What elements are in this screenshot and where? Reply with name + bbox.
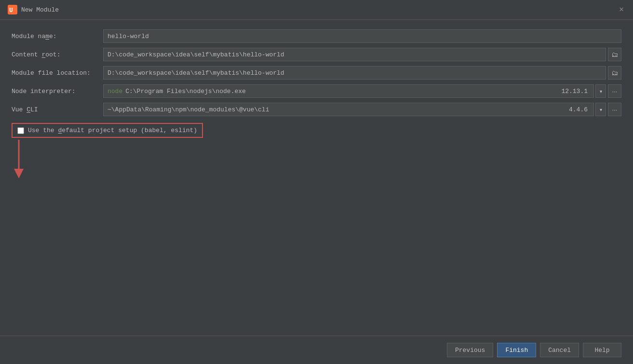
vue-cli-dropdown-button[interactable]: ▾	[595, 103, 606, 116]
new-module-dialog: U New Module ✕ Module name: Content root…	[0, 0, 633, 364]
help-button[interactable]: Help	[583, 343, 621, 357]
content-root-input-wrap: 🗂	[103, 48, 621, 61]
svg-marker-3	[14, 169, 24, 178]
finish-button[interactable]: Finish	[497, 343, 536, 357]
node-interpreter-dropdown-button[interactable]: ▾	[595, 84, 606, 98]
cancel-button[interactable]: Cancel	[540, 343, 579, 357]
content-area: Module name: Content root: 🗂 Module file…	[0, 20, 633, 336]
vue-cli-row: Vue CLI ~\AppData\Roaming\npm\node_modul…	[12, 103, 621, 116]
node-interpreter-label: Node interpreter:	[12, 88, 103, 95]
module-file-location-folder-button[interactable]: 🗂	[608, 66, 621, 80]
vue-cli-path-label: ~\AppData\Roaming\npm\node_modules\@vue\…	[108, 106, 269, 113]
close-button[interactable]: ✕	[618, 6, 625, 13]
module-file-location-row: Module file location: 🗂	[12, 66, 621, 80]
node-interpreter-row: Node interpreter: node C:\Program Files\…	[12, 84, 621, 98]
node-path-label: C:\Program Files\nodejs\node.exe	[125, 88, 246, 95]
dialog-footer: Previous Finish Cancel Help	[0, 336, 633, 364]
app-icon: U	[8, 5, 17, 14]
module-name-input[interactable]	[103, 29, 621, 43]
previous-button[interactable]: Previous	[447, 343, 493, 357]
module-name-input-wrap	[103, 29, 621, 43]
vue-cli-more-button[interactable]: ···	[608, 103, 621, 116]
vue-cli-field: ~\AppData\Roaming\npm\node_modules\@vue\…	[103, 103, 594, 116]
module-name-label: Module name:	[12, 33, 103, 40]
module-file-location-label: Module file location:	[12, 69, 103, 77]
default-setup-checkbox-row: Use the default project setup (babel, es…	[12, 123, 203, 138]
node-interpreter-more-button[interactable]: ···	[608, 84, 621, 98]
dialog-title: New Module	[21, 6, 618, 13]
svg-text:U: U	[9, 7, 13, 14]
node-interpreter-input-wrap: node C:\Program Files\nodejs\node.exe 12…	[103, 84, 621, 98]
module-file-location-input-wrap: 🗂	[103, 66, 621, 80]
content-root-row: Content root: 🗂	[12, 48, 621, 61]
checkbox-section: Use the default project setup (babel, es…	[12, 123, 621, 180]
node-interpreter-field: node C:\Program Files\nodejs\node.exe 12…	[103, 84, 594, 98]
vue-cli-version-label: 4.4.6	[569, 106, 590, 113]
node-version-label: 12.13.1	[561, 88, 590, 95]
module-file-location-input[interactable]	[103, 66, 606, 80]
module-name-row: Module name:	[12, 29, 621, 43]
vue-cli-input-wrap: ~\AppData\Roaming\npm\node_modules\@vue\…	[103, 103, 621, 116]
default-setup-checkbox[interactable]	[17, 127, 24, 134]
content-root-input[interactable]	[103, 48, 606, 61]
content-root-folder-button[interactable]: 🗂	[608, 48, 621, 61]
node-type-label: node	[108, 88, 122, 95]
title-bar: U New Module ✕	[0, 0, 633, 20]
content-root-label: Content root:	[12, 51, 103, 58]
vue-cli-label: Vue CLI	[12, 106, 103, 113]
arrow-annotation	[12, 140, 621, 180]
default-setup-label: Use the default project setup (babel, es…	[28, 127, 197, 134]
